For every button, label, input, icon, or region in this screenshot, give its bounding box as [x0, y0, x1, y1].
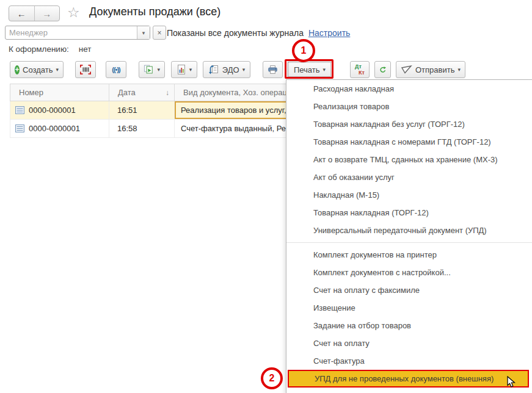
menu-item-label: Акт о возврате ТМЦ, сданных на хранение … — [313, 155, 498, 164]
manager-filter-input[interactable] — [5, 26, 137, 39]
menu-item-zadanie-otbor[interactable]: Задание на отбор товаров — [286, 317, 532, 334]
menu-item-schet-faksimile[interactable]: Счет на оплату с факсимиле — [286, 281, 532, 299]
menu-item-label: Счет на оплату с факсимиле — [313, 286, 420, 295]
menu-item-label: Счет на оплату — [313, 339, 370, 348]
menu-item-label: Товарная накладная (ТОРГ-12) — [313, 208, 429, 217]
manager-filter-combo: ▾ — [5, 26, 150, 40]
cell-time[interactable]: 16:51 — [109, 101, 175, 119]
column-header-label: Номер — [19, 88, 43, 97]
manager-filter-clear-button[interactable]: × — [153, 26, 166, 40]
star-glyph: ☆ — [67, 4, 80, 20]
refresh-button[interactable] — [374, 61, 391, 78]
barcode-icon — [80, 64, 91, 75]
dt-label: Дт — [355, 63, 362, 70]
document-type: Счет-фактура выданный, Реа — [181, 124, 290, 133]
chevron-down-icon: ▾ — [157, 67, 160, 73]
print-button[interactable]: Печать ▾ — [287, 61, 332, 78]
document-icon — [15, 106, 24, 114]
copy-document-icon — [144, 65, 154, 74]
menu-item-rashodnaya[interactable]: Расходная накладная — [286, 80, 532, 98]
create-button-label: Создать — [23, 65, 53, 74]
menu-item-upd[interactable]: Универсальный передаточный документ (УПД… — [286, 222, 532, 239]
menu-item-label: Расходная накладная — [313, 84, 394, 93]
menu-item-label: Задание на отбор товаров — [313, 321, 411, 330]
cell-time[interactable]: 16:58 — [109, 120, 175, 137]
menu-item-torg12-bez-uslug[interactable]: Товарная накладная без услуг (ТОРГ-12) — [286, 115, 532, 133]
send-icon — [401, 65, 412, 74]
sort-descending-icon: ↓ — [166, 88, 169, 97]
column-header-label: Вид документа, Хоз. операци — [183, 88, 291, 97]
chevron-down-icon: ▾ — [457, 67, 461, 73]
forward-icon: → — [42, 9, 51, 19]
chevron-down-icon: ▾ — [323, 67, 326, 73]
cell-number[interactable]: 0000-000001 — [10, 101, 109, 119]
column-header-date[interactable]: Дата ↓ — [109, 84, 175, 101]
favorite-star-icon[interactable]: ☆ — [67, 4, 80, 21]
menu-item-label: УПД для не проведенных документов (внешн… — [315, 374, 494, 383]
menu-item-torg12-gtd[interactable]: Товарная накладная с номерами ГТД (ТОРГ-… — [286, 133, 532, 151]
manager-filter-dropdown-button[interactable]: ▾ — [137, 26, 150, 39]
edo-button[interactable]: ЭДО ▾ — [203, 61, 250, 78]
close-icon: × — [157, 29, 161, 37]
menu-item-komplekt-nastroyka[interactable]: Комплект документов с настройкой... — [286, 264, 532, 281]
chevron-down-icon: ▾ — [142, 30, 145, 36]
create-button[interactable]: + Создать ▾ — [10, 61, 64, 78]
menu-item-upd-neprovedennye-highlighted[interactable]: УПД для не проведенных документов (внешн… — [288, 370, 529, 388]
edo-button-label: ЭДО — [222, 65, 239, 74]
configure-link[interactable]: Настроить — [308, 28, 350, 38]
page-title: Документы продажи (все) — [89, 5, 220, 18]
menu-item-label: Счет-фактура — [313, 356, 365, 366]
date-interval-icon: ((•)) — [112, 66, 120, 73]
menu-item-schet-na-oplatu[interactable]: Счет на оплату — [286, 334, 532, 352]
print-button-label: Печать — [294, 65, 320, 74]
menu-item-komplekt-printer[interactable]: Комплект документов на принтер — [286, 246, 532, 264]
menu-item-schet-faktura[interactable]: Счет-фактура — [286, 352, 532, 370]
menu-item-label: Комплект документов на принтер — [313, 250, 437, 259]
send-button[interactable]: Отправить ▾ — [396, 61, 465, 78]
menu-item-label: Комплект документов с настройкой... — [313, 268, 451, 277]
annotation-step-1: 1 — [292, 39, 315, 62]
reports-button[interactable]: ▾ — [171, 61, 197, 78]
menu-item-izveshchenie[interactable]: Извещение — [286, 299, 532, 317]
menu-item-label: Реализация товаров — [313, 102, 389, 111]
nav-history-group: ← → — [9, 5, 60, 21]
chevron-down-icon: ▾ — [189, 67, 192, 73]
back-icon: ← — [17, 9, 26, 19]
document-icon — [15, 124, 24, 132]
document-chart-icon — [177, 64, 186, 75]
quick-print-button[interactable] — [263, 61, 283, 78]
barcode-scan-button[interactable] — [75, 61, 96, 78]
plus-icon: + — [15, 65, 20, 74]
column-header-number[interactable]: Номер — [10, 84, 109, 101]
menu-item-m15[interactable]: Накладная (М-15) — [286, 186, 532, 204]
menu-item-realizatsiya[interactable]: Реализация товаров — [286, 98, 532, 115]
send-button-label: Отправить — [415, 65, 454, 74]
annotation-step-2: 2 — [261, 367, 283, 389]
menu-item-label: Товарная накладная с номерами ГТД (ТОРГ-… — [313, 137, 491, 146]
print-dropdown-menu: Расходная накладная Реализация товаров Т… — [286, 79, 532, 393]
journal-status-text: Показаны все документы журнала — [167, 28, 304, 38]
annotation-step-2-number: 2 — [269, 373, 275, 384]
document-type: Реализация товаров и услуг, — [181, 106, 286, 115]
document-time: 16:58 — [117, 124, 137, 133]
journal-status-row: Показаны все документы журнала Настроить — [167, 28, 350, 38]
column-header-label: Дата — [118, 88, 136, 97]
cell-number[interactable]: 0000-0000001 — [10, 120, 109, 137]
kt-label: Кт — [359, 70, 365, 76]
copy-document-button[interactable]: ▾ — [139, 61, 165, 78]
refresh-icon — [379, 65, 386, 75]
to-process-value[interactable]: нет — [79, 45, 92, 54]
dt-kt-postings-button[interactable]: Дт Кт — [350, 61, 370, 78]
back-button[interactable]: ← — [9, 6, 34, 21]
app-window: ← → ☆ Документы продажи (все) ▾ × Показа… — [0, 0, 532, 393]
document-number: 0000-000001 — [29, 106, 76, 115]
document-number: 0000-0000001 — [29, 124, 80, 133]
menu-item-torg12[interactable]: Товарная накладная (ТОРГ-12) — [286, 204, 532, 222]
chevron-down-icon: ▾ — [242, 67, 246, 73]
forward-button[interactable]: → — [34, 6, 60, 21]
menu-item-label: Товарная накладная без услуг (ТОРГ-12) — [313, 120, 465, 129]
menu-item-mx3[interactable]: Акт о возврате ТМЦ, сданных на хранение … — [286, 151, 532, 168]
set-date-interval-button[interactable]: ((•)) — [106, 61, 126, 78]
menu-item-label: Накладная (М-15) — [313, 190, 379, 200]
menu-item-akt-uslug[interactable]: Акт об оказании услуг — [286, 168, 532, 186]
